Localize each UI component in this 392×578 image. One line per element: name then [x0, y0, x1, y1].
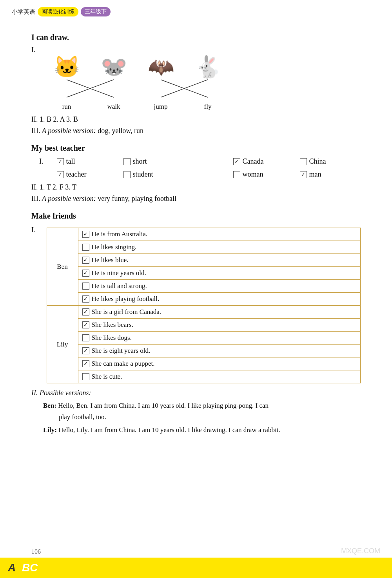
ben-dialogue-label: Ben:: [43, 402, 56, 409]
section1-answer3: III. A possible version: dog, yellow, ru…: [31, 127, 361, 135]
brand-watermark: MXQE.COM: [341, 547, 380, 555]
section1-roman3-prefix: III.: [31, 127, 40, 135]
lily-row-2: She likes bears.: [47, 319, 361, 332]
lily-check-2: [82, 321, 89, 328]
bat-icon: 🦇: [148, 57, 174, 78]
lily-text-1: She is a girl from Canada.: [92, 308, 162, 316]
label-fly: fly: [184, 103, 231, 111]
ben-item-5: He is tall and strong.: [78, 280, 361, 293]
cross-lines: [43, 78, 361, 101]
lily-row-5: She can make a puppet.: [47, 357, 361, 370]
checkbox-china: China: [300, 157, 355, 166]
ben-text-3: He likes blue.: [92, 256, 129, 264]
lily-row-4: She is eight years old.: [47, 345, 361, 357]
ben-dialogue-container: Ben: Hello, Ben. I am from China. I am 1…: [43, 400, 361, 423]
checkbox-student: student: [123, 170, 178, 179]
ben-text-6: He likes playing football.: [92, 295, 160, 303]
lily-text-3: She likes dogs.: [92, 334, 132, 342]
cross-1: [43, 78, 137, 99]
header-text: 小学英语: [12, 8, 35, 16]
label-tall: tall: [66, 157, 75, 166]
ben-check-1: [82, 231, 89, 238]
lily-row-6: She is cute.: [47, 370, 361, 383]
section3-roman1: I.: [31, 226, 36, 234]
lily-text-5: She can make a puppet.: [92, 360, 155, 368]
main-content: I can draw. I. 🐱 🐭 🦇 🐇: [0, 20, 392, 467]
label-china: China: [309, 157, 326, 166]
checkbox-tall-box: [57, 158, 64, 165]
checkbox-woman: woman: [233, 170, 288, 179]
ben-item-6: He likes playing football.: [78, 293, 361, 306]
section2-answer3-text: very funny, playing football: [98, 195, 176, 202]
ben-check-5: [82, 283, 89, 290]
section3-possible-versions: II. Possible versions:: [31, 389, 91, 397]
ben-row-1: Ben He is from Australia.: [47, 228, 361, 241]
lily-check-1: [82, 308, 89, 315]
checkbox-teacher: teacher: [57, 170, 112, 179]
section2-roman1: I.: [39, 157, 44, 166]
lily-item-2: She likes bears.: [78, 319, 361, 332]
mouse-icon: 🐭: [101, 57, 127, 78]
section2-answer2: II. 1. T 2. F 3. T: [31, 183, 361, 191]
lily-dialogue-container: Lily: Hello, Lily. I am from China. I am…: [43, 425, 361, 436]
label-short: short: [133, 157, 147, 166]
label-teacher: teacher: [66, 170, 87, 179]
ben-item-1: He is from Australia.: [78, 228, 361, 241]
lily-text-2: She likes bears.: [92, 321, 133, 329]
lily-check-6: [82, 373, 89, 380]
lily-check-4: [82, 347, 89, 354]
ben-row-4: He is nine years old.: [47, 267, 361, 280]
section2-possible-version-label: A possible version:: [42, 195, 96, 202]
ben-text-1: He is from Australia.: [92, 230, 148, 238]
teacher-section: My best teacher I. tall short Canada Chi…: [31, 144, 361, 203]
friends-section: Make friends I. Ben He is from Australia…: [31, 212, 361, 436]
checkbox-man: man: [300, 170, 355, 179]
friends-table: Ben He is from Australia. He: [47, 228, 361, 383]
checkbox-short: short: [123, 157, 178, 166]
animal-bat: 🦇: [137, 57, 184, 78]
section1-answer2: II. 1. B 2. A 3. B: [31, 115, 361, 124]
ben-item-3: He likes blue.: [78, 254, 361, 267]
animal-mouse: 🐭: [90, 57, 137, 78]
cross-gap: [137, 78, 231, 101]
label-walk: walk: [90, 103, 137, 111]
section2-answer3: III. A possible version: very funny, pla…: [31, 195, 361, 203]
draw-title: I can draw.: [31, 33, 361, 42]
section2-roman3-prefix: III.: [31, 195, 40, 202]
label-man: man: [309, 170, 321, 179]
ben-dialogue-text2: play football, too.: [59, 412, 361, 423]
lily-label: Lily: [47, 306, 78, 383]
checkbox-china-box: [300, 158, 307, 165]
ben-text-4: He is nine years old.: [92, 269, 146, 277]
footer-logo: A BC: [8, 562, 38, 574]
header: 小学英语 阅读强化训练 三年级下: [0, 0, 392, 20]
checkbox-man-box: [300, 171, 307, 178]
checkbox-short-box: [123, 158, 131, 165]
page-number: 106: [31, 548, 41, 555]
teacher-title: My best teacher: [31, 144, 361, 153]
ben-dialogue-text: Hello, Ben. I am from China. I am 10 yea…: [58, 402, 269, 409]
ben-row-5: He is tall and strong.: [47, 280, 361, 293]
ben-item-4: He is nine years old.: [78, 267, 361, 280]
logo-bc: BC: [22, 562, 38, 574]
label-jump: jump: [137, 103, 184, 111]
section3-roman2: II. Possible versions:: [31, 389, 361, 397]
roman1-label: I.: [31, 46, 36, 54]
ben-text-5: He is tall and strong.: [92, 282, 147, 290]
ben-item-2: He likes singing.: [78, 241, 361, 254]
animals-row: 🐱 🐭 🦇 🐇: [43, 57, 361, 78]
ben-check-2: [82, 244, 89, 251]
lily-row-3: She likes dogs.: [47, 332, 361, 345]
label-run: run: [43, 103, 90, 111]
ben-row-3: He likes blue.: [47, 254, 361, 267]
lily-dialogue-label: Lily:: [43, 426, 57, 434]
logo-a: A: [8, 562, 16, 574]
badge-grade: 三年级下: [81, 7, 111, 16]
friends-title: Make friends: [31, 212, 361, 221]
lily-text-6: She is cute.: [92, 373, 122, 381]
cat-icon: 🐱: [54, 57, 80, 78]
checkbox-teacher-box: [57, 171, 64, 178]
draw-section: I can draw. I. 🐱 🐭 🦇 🐇: [31, 33, 361, 135]
checkbox-row-1: I. tall short Canada China: [39, 157, 361, 166]
ben-text-2: He likes singing.: [92, 243, 137, 251]
